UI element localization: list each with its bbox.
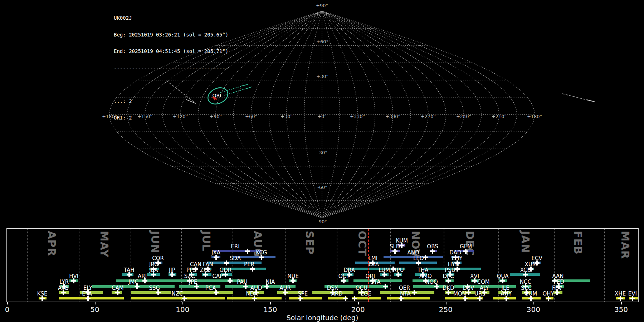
month-boundary-line: [390, 229, 391, 302]
peak-marker-jrc: [151, 267, 156, 272]
lat-label: +30°: [316, 74, 328, 79]
lon-label: +180°: [527, 114, 542, 119]
x-tick: [182, 302, 183, 304]
ori-count: ORI: 2: [114, 115, 228, 121]
month-label-feb: FEB: [572, 231, 584, 255]
peak-marker-xum: [528, 267, 533, 272]
month-boundary-line: [604, 229, 605, 302]
peak-marker-pau: [243, 284, 248, 289]
peak-marker-psu: [448, 272, 453, 277]
peak-marker-cap: [228, 278, 233, 283]
sporadic-count: ...: 2: [114, 99, 228, 104]
month-label-mar: MAR: [619, 231, 631, 259]
shower-label-and: AND: [407, 250, 419, 255]
peak-marker-xvi: [472, 278, 477, 283]
shower-label-oer: OER: [399, 286, 410, 291]
month-boundary-line: [498, 229, 499, 302]
peak-marker-xcb: [523, 272, 528, 277]
pole-label: -90°: [317, 219, 327, 224]
peak-marker-dsx: [330, 290, 335, 295]
x-tick-label: 250: [439, 305, 453, 314]
peak-marker-noo: [434, 284, 439, 289]
peak-marker-fev: [555, 290, 560, 295]
peak-marker-cta: [391, 267, 396, 272]
peak-marker-mon: [463, 296, 468, 301]
peak-marker-jxa: [214, 255, 219, 260]
month-label-jun: JUN: [149, 231, 161, 254]
month-label-oct: OCT: [356, 231, 369, 256]
peak-marker-ely: [86, 290, 91, 295]
x-tick-label: 150: [263, 305, 277, 314]
peak-marker-ecv: [535, 260, 540, 265]
shower-bar-nta: [387, 297, 430, 299]
peak-marker-szc: [187, 278, 192, 283]
peak-marker-gdr: [223, 272, 228, 277]
lon-label: +60°: [245, 114, 257, 119]
month-label-sep: SEP: [303, 231, 316, 255]
peak-marker-jip: [170, 272, 175, 277]
month-boundary-line: [233, 229, 233, 302]
peak-marker-dkd: [446, 290, 451, 295]
peak-marker-sta: [383, 284, 388, 289]
shower-label-cap: CAP: [213, 274, 223, 279]
peak-marker-gum: [528, 296, 533, 301]
x-tick: [533, 302, 534, 304]
shower-label-com: COM: [477, 279, 490, 285]
shower-bar-jmc: [92, 285, 175, 288]
x-tick-label: 50: [90, 305, 99, 314]
x-tick-label: 300: [527, 305, 540, 314]
peak-marker-kse: [40, 296, 45, 301]
month-label-jan: JAN: [519, 231, 532, 253]
shower-bar-noo: [413, 285, 447, 288]
shower-bar-cap: [195, 279, 244, 282]
separator-line: --------------------------------------: [114, 65, 228, 71]
peak-marker-dsv: [466, 290, 471, 295]
shower-bar-mon: [445, 297, 477, 299]
meteor-trail: [246, 87, 252, 89]
peak-marker-scc: [524, 290, 529, 295]
peak-marker-fed: [556, 284, 561, 289]
peak-marker-evi: [630, 296, 635, 301]
peak-marker-nia: [264, 284, 269, 289]
peak-marker-ehy: [455, 260, 460, 265]
peak-marker-eta: [86, 296, 91, 301]
begin-time-line: Beg: 20251019 03:26:21 (sol = 205.65°): [114, 32, 228, 38]
shower-label-nzc: NZC: [172, 291, 183, 297]
peak-marker-tha: [420, 272, 425, 277]
peak-marker-nta: [399, 296, 404, 301]
x-tick: [621, 302, 622, 304]
peak-marker-leo: [416, 260, 421, 265]
peak-marker-jea: [151, 272, 156, 277]
meteor-trail: [242, 84, 248, 86]
peak-marker-ohy: [546, 296, 551, 301]
lon-label: +210°: [492, 114, 507, 119]
peak-marker-pps: [189, 272, 194, 277]
station-id: UK002J: [114, 15, 228, 21]
peak-marker-ori: [370, 278, 375, 283]
x-axis: 050100150200250300350Solar longitude (de…: [0, 302, 644, 322]
month-label-jul: JUL: [200, 231, 213, 252]
peak-marker-oer: [412, 290, 417, 295]
month-boundary-line: [79, 229, 79, 302]
month-boundary-line: [27, 229, 28, 302]
peak-marker-ahy: [504, 296, 509, 301]
lon-label: +270°: [421, 114, 436, 119]
peak-marker-dad: [453, 255, 458, 260]
peak-marker-aud: [254, 290, 259, 295]
x-tick-label: 200: [351, 305, 365, 314]
peak-marker-jpe: [194, 284, 199, 289]
peak-marker-kum: [399, 243, 404, 248]
peak-marker-jle: [503, 290, 508, 295]
peak-marker-urs: [477, 296, 482, 301]
shower-label-sda: SDA: [230, 256, 241, 261]
peak-marker-ncc: [523, 284, 528, 289]
shower-label-eri: ERI: [231, 244, 239, 249]
meteor-trail: [587, 100, 594, 102]
peak-marker-xhe: [618, 296, 623, 301]
peak-marker-ssg: [156, 290, 161, 295]
peak-marker-ege: [352, 296, 357, 301]
shower-bar-pca: [177, 291, 234, 294]
peak-marker-nzc: [182, 296, 187, 301]
lat-label: -30°: [317, 150, 327, 155]
shower-bar-ssg: [131, 291, 171, 294]
